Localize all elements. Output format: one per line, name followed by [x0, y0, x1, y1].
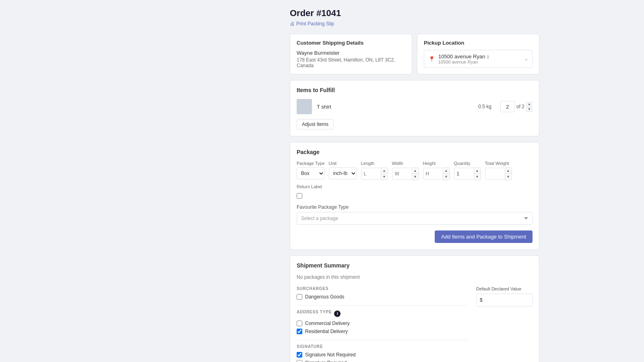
shipment-summary-title: Shipment Summary [297, 262, 533, 269]
address-type-info-icon[interactable]: i [334, 311, 341, 317]
length-down[interactable]: ▼ [381, 174, 388, 180]
package-type-select[interactable]: Box [297, 167, 325, 179]
pkg-quantity-input[interactable] [454, 168, 474, 180]
width-up[interactable]: ▲ [412, 168, 419, 174]
total-weight-input[interactable] [485, 168, 505, 180]
order-title: Order #1041 [290, 8, 539, 19]
return-label-label: Return Label [297, 184, 322, 189]
unit-label: Unit [329, 161, 357, 166]
height-label: Height [423, 161, 450, 166]
signature-not-required-row: Signature Not Required [297, 352, 468, 358]
pickup-location-card: Pickup Location 📍 10500 avenue Ryan ↕ 10… [417, 34, 539, 74]
customer-name: Wayne Burmeister [297, 50, 405, 56]
customer-shipping-card: Customer Shipping Details Wayne Burmeist… [290, 34, 412, 74]
of-total-label: of 2 [516, 104, 524, 109]
total-weight-up[interactable]: ▲ [505, 168, 512, 174]
pkg-quantity-stepper[interactable]: ▲ ▼ [474, 167, 481, 180]
item-name: T shirt [317, 104, 473, 110]
pkg-quantity-label: Quantity [454, 161, 481, 166]
signature-required-checkbox[interactable] [297, 360, 302, 362]
length-label: Length [361, 161, 388, 166]
pkg-quantity-field: Quantity ▲ ▼ [454, 161, 481, 180]
dangerous-goods-row: Dangerous Goods [297, 294, 468, 300]
pickup-value-sub: 10500 avenue Ryan [438, 60, 521, 64]
width-field: Width ▲ ▼ [392, 161, 419, 180]
height-input[interactable] [423, 168, 443, 180]
declared-value-wrapper: ▲ ▼ [476, 294, 533, 306]
quantity-input[interactable] [500, 101, 515, 112]
signature-not-required-label: Signature Not Required [305, 352, 355, 358]
residential-delivery-row: Residential Delivery [297, 329, 468, 334]
dangerous-goods-checkbox[interactable] [297, 294, 302, 300]
declared-value-label: Default Declared Value [476, 286, 533, 291]
no-packages-text: No packages in this shipment [297, 274, 533, 280]
quantity-stepper[interactable]: ▲ ▼ [526, 102, 533, 112]
residential-delivery-checkbox[interactable] [297, 329, 302, 334]
print-label: Print Packing Slip [296, 21, 334, 27]
fav-package-select[interactable]: Select a package [297, 212, 533, 225]
declared-value-col: Default Declared Value ▲ ▼ [476, 286, 533, 362]
adjust-items-button[interactable]: Adjust Items [297, 119, 334, 130]
commercial-delivery-row: Commercial Delivery [297, 321, 468, 326]
quantity-down-arrow[interactable]: ▼ [526, 107, 533, 112]
package-card: Package Package Type Box Unit inch-lb [290, 142, 539, 250]
pickup-section-title: Pickup Location [424, 40, 533, 46]
signature-required-row: Signature Required [297, 360, 468, 362]
length-stepper[interactable]: ▲ ▼ [381, 167, 388, 180]
package-section-title: Package [297, 149, 533, 155]
pkg-quantity-down[interactable]: ▼ [474, 174, 481, 180]
height-field: Height ▲ ▼ [423, 161, 450, 180]
unit-select[interactable]: inch-lb [329, 167, 357, 179]
surcharges-section: SURCHARGES Dangerous Goods [297, 286, 468, 300]
return-label-checkbox[interactable] [297, 193, 302, 199]
item-weight: 0.5 kg [478, 104, 491, 109]
printer-icon: 🖨 [290, 21, 295, 27]
dangerous-goods-label: Dangerous Goods [305, 294, 344, 300]
total-weight-field: Total Weight ▲ ▼ [485, 161, 512, 180]
item-thumbnail [297, 99, 312, 114]
add-items-package-button[interactable]: Add Items and Package to Shipment [435, 230, 533, 243]
width-down[interactable]: ▼ [412, 174, 419, 180]
package-fields: Package Type Box Unit inch-lb Length [297, 161, 533, 199]
address-type-section: ADDRESS TYPE i Commercial Delivery Resid… [297, 310, 468, 334]
location-pin-icon: 📍 [428, 56, 435, 62]
customer-section-title: Customer Shipping Details [297, 40, 405, 46]
unit-field: Unit inch-lb [329, 161, 357, 180]
pickup-value-main: 10500 avenue Ryan ↕ [438, 53, 521, 60]
address-type-title: ADDRESS TYPE [297, 310, 332, 314]
signature-required-label: Signature Required [305, 360, 347, 362]
width-input[interactable] [392, 168, 412, 180]
length-input[interactable] [361, 168, 381, 180]
customer-address: 178 East 43rd Street, Hamilton, ON, L8T … [297, 57, 405, 68]
signature-section: SIGNATURE Signature Not Required Signatu… [297, 344, 468, 362]
quantity-control: of 2 ▲ ▼ [500, 101, 533, 112]
length-field: Length ▲ ▼ [361, 161, 388, 180]
length-up[interactable]: ▲ [381, 168, 388, 174]
return-label-field: Return Label [297, 184, 322, 199]
pickup-select[interactable]: 📍 10500 avenue Ryan ↕ 10500 avenue Ryan … [424, 50, 533, 68]
height-up[interactable]: ▲ [443, 168, 450, 174]
height-down[interactable]: ▼ [443, 174, 450, 180]
items-to-fulfill-card: Items to Fulfill T shirt 0.5 kg of 2 ▲ ▼… [290, 80, 539, 136]
shipment-summary-card: Shipment Summary No packages in this shi… [290, 255, 539, 362]
surcharges-title: SURCHARGES [297, 286, 468, 291]
package-type-field: Package Type Box [297, 161, 325, 180]
width-label: Width [392, 161, 419, 166]
commercial-delivery-label: Commercial Delivery [305, 321, 350, 326]
signature-not-required-checkbox[interactable] [297, 352, 302, 358]
declared-value-input[interactable] [477, 294, 533, 306]
items-section-title: Items to Fulfill [297, 87, 533, 93]
signature-title: SIGNATURE [297, 344, 468, 349]
total-weight-down[interactable]: ▼ [505, 174, 512, 180]
fav-package-label: Favourite Package Type [297, 204, 533, 210]
commercial-delivery-checkbox[interactable] [297, 321, 302, 326]
chevron-down-icon: ⌄ [524, 56, 528, 62]
pkg-quantity-up[interactable]: ▲ [474, 168, 481, 174]
total-weight-stepper[interactable]: ▲ ▼ [505, 167, 512, 180]
height-stepper[interactable]: ▲ ▼ [443, 167, 450, 180]
print-packing-slip-link[interactable]: 🖨 Print Packing Slip [290, 21, 539, 27]
total-weight-label: Total Weight [485, 161, 512, 166]
package-type-label: Package Type [297, 161, 325, 166]
width-stepper[interactable]: ▲ ▼ [412, 167, 419, 180]
quantity-up-arrow[interactable]: ▲ [526, 102, 533, 107]
